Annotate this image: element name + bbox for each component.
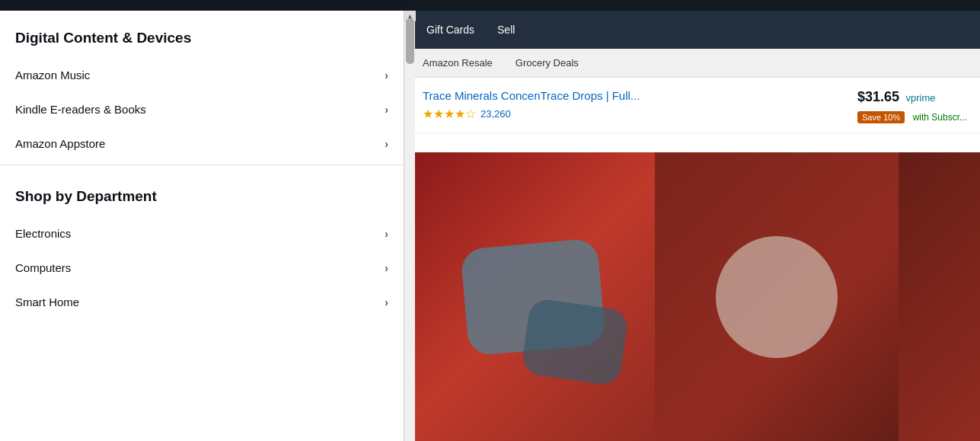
pillow-decoration-2 — [521, 297, 630, 386]
menu-item-kindle[interactable]: Kindle E-readers & Books › — [0, 92, 404, 126]
chevron-right-icon: › — [385, 104, 388, 116]
save-badge: Save 10% — [857, 111, 905, 123]
review-count[interactable]: 23,260 — [480, 108, 511, 120]
product-card: Trace Minerals ConcenTrace Drops | Full.… — [411, 78, 980, 133]
section-divider — [0, 165, 404, 165]
section1-heading: Digital Content & Devices — [0, 11, 404, 58]
menu-item-electronics-label: Electronics — [15, 227, 71, 240]
product-rating: ★★★★☆ 23,260 — [423, 107, 640, 121]
menu-item-appstore[interactable]: Amazon Appstore › — [0, 126, 404, 161]
menu-item-amazon-music-label: Amazon Music — [15, 69, 90, 81]
top-nav-bar — [0, 0, 980, 11]
price-value: $31.65 — [857, 89, 899, 104]
chevron-right-icon: › — [385, 69, 388, 81]
nav-amazon-resale[interactable]: Amazon Resale — [423, 57, 493, 69]
menu-item-kindle-label: Kindle E-readers & Books — [15, 103, 146, 116]
menu-item-smart-home[interactable]: Smart Home › — [0, 285, 404, 319]
price-section: $31.65 vprime Save 10% with Subscr... — [857, 89, 967, 123]
menu-item-computers[interactable]: Computers › — [0, 251, 404, 285]
menu-item-electronics[interactable]: Electronics › — [0, 216, 404, 251]
image-panels — [411, 152, 980, 441]
image-panel-2 — [655, 152, 899, 441]
panel-2-inner — [655, 152, 899, 441]
chevron-right-icon: › — [385, 262, 388, 274]
scroll-thumb[interactable] — [406, 18, 414, 64]
star-rating-icons: ★★★★☆ — [423, 107, 476, 121]
image-panel-1 — [411, 152, 655, 441]
nav-gift-cards[interactable]: Gift Cards — [426, 24, 474, 36]
nav-grocery-deals[interactable]: Grocery Deals — [516, 57, 579, 69]
panel-3-inner — [899, 152, 980, 441]
menu-item-smart-home-label: Smart Home — [15, 296, 79, 308]
product-title[interactable]: Trace Minerals ConcenTrace Drops | Full.… — [423, 89, 640, 102]
chevron-right-icon: › — [385, 138, 388, 150]
secondary-nav: Gift Cards Sell — [411, 11, 980, 49]
sub-nav: Amazon Resale Grocery Deals — [411, 49, 980, 78]
section2-heading: Shop by Department — [0, 169, 404, 216]
nav-sell[interactable]: Sell — [497, 24, 515, 36]
round-decoration — [716, 236, 838, 358]
menu-item-amazon-music[interactable]: Amazon Music › — [0, 58, 404, 92]
prime-logo: vprime — [906, 92, 936, 104]
product-price: $31.65 vprime — [857, 89, 967, 105]
subscribe-text: with Subscr... — [913, 112, 967, 123]
panel-1-inner — [411, 152, 655, 441]
scrollbar[interactable]: ▲ — [404, 11, 415, 441]
chevron-right-icon: › — [385, 228, 388, 240]
dropdown-panel: Digital Content & Devices Amazon Music ›… — [0, 11, 404, 441]
chevron-right-icon: › — [385, 296, 388, 308]
image-panel-3 — [899, 152, 980, 441]
menu-item-computers-label: Computers — [15, 261, 71, 274]
menu-item-appstore-label: Amazon Appstore — [15, 137, 105, 150]
